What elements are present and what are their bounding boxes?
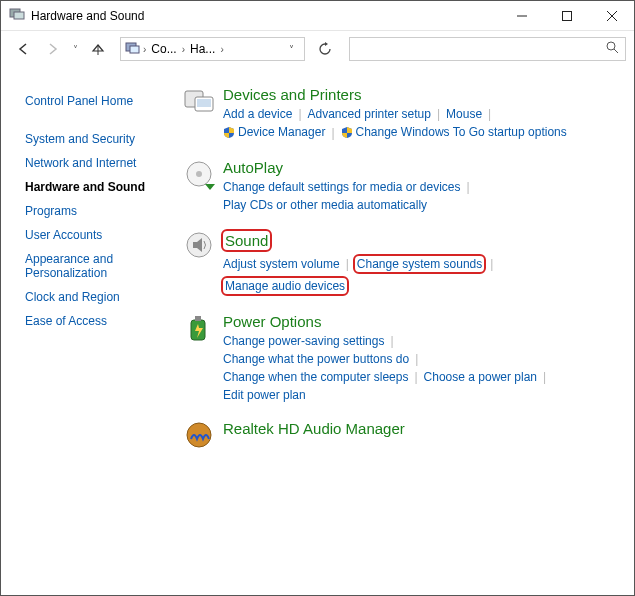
task-link[interactable]: Advanced printer setup	[306, 106, 433, 122]
history-dropdown[interactable]: ˅	[69, 44, 82, 55]
task-link[interactable]: Change Windows To Go startup options	[339, 124, 569, 142]
minimize-button[interactable]	[499, 1, 544, 30]
task-link[interactable]: Change power-saving settings	[221, 333, 386, 349]
sidebar: Control Panel Home System and SecurityNe…	[1, 67, 179, 595]
category-title[interactable]: Devices and Printers	[221, 85, 363, 104]
power-icon	[179, 312, 221, 403]
category-devices: Devices and PrintersAdd a device|Advance…	[179, 85, 624, 142]
category-sound: SoundAdjust system volume|Change system …	[179, 229, 624, 296]
separator: |	[433, 107, 444, 121]
sidebar-item[interactable]: Clock and Region	[25, 285, 169, 309]
breadcrumb-dropdown[interactable]: ˅	[282, 44, 300, 55]
category-realtek: Realtek HD Audio Manager	[179, 419, 624, 451]
refresh-button[interactable]	[313, 37, 337, 61]
sidebar-item[interactable]: Ease of Access	[25, 309, 169, 333]
sidebar-home[interactable]: Control Panel Home	[25, 89, 169, 113]
task-link[interactable]: Choose a power plan	[422, 369, 539, 385]
chevron-right-icon: ›	[141, 44, 148, 55]
task-link[interactable]: Adjust system volume	[221, 256, 342, 272]
task-link[interactable]: Play CDs or other media automatically	[221, 197, 429, 213]
sound-icon	[179, 229, 221, 296]
window-controls	[499, 1, 634, 30]
separator: |	[386, 334, 397, 348]
separator: |	[410, 370, 421, 384]
separator: |	[462, 180, 473, 194]
shield-icon	[223, 126, 235, 141]
breadcrumb-root-icon	[125, 41, 141, 58]
task-link[interactable]: Mouse	[444, 106, 484, 122]
search-icon	[606, 41, 619, 57]
maximize-button[interactable]	[544, 1, 589, 30]
content: Devices and PrintersAdd a device|Advance…	[179, 67, 634, 595]
close-button[interactable]	[589, 1, 634, 30]
titlebar: Hardware and Sound	[1, 1, 634, 31]
svg-point-15	[196, 171, 202, 177]
category-title[interactable]: Power Options	[221, 312, 323, 331]
task-link[interactable]: Change what the power buttons do	[221, 351, 411, 367]
app-icon	[9, 6, 25, 25]
svg-point-9	[607, 42, 615, 50]
breadcrumb-seg-2[interactable]: Ha...	[187, 42, 218, 56]
window-title: Hardware and Sound	[31, 9, 144, 23]
shield-icon	[341, 126, 353, 141]
sidebar-item[interactable]: Network and Internet	[25, 151, 169, 175]
separator: |	[294, 107, 305, 121]
sidebar-item[interactable]: Appearance and Personalization	[25, 247, 169, 285]
back-button[interactable]	[9, 35, 37, 63]
svg-rect-13	[197, 99, 211, 107]
task-link[interactable]: Add a device	[221, 106, 294, 122]
separator: |	[484, 107, 495, 121]
breadcrumb-seg-1[interactable]: Co...	[148, 42, 179, 56]
task-link[interactable]: Change system sounds	[353, 254, 486, 274]
autoplay-icon	[179, 158, 221, 213]
category-title[interactable]: Realtek HD Audio Manager	[221, 419, 407, 438]
separator: |	[342, 257, 353, 271]
category-power: Power OptionsChange power-saving setting…	[179, 312, 624, 403]
svg-rect-1	[14, 12, 24, 19]
sidebar-item[interactable]: Hardware and Sound	[25, 175, 169, 199]
search-input[interactable]	[349, 37, 626, 61]
separator: |	[539, 370, 550, 384]
svg-rect-3	[562, 11, 571, 20]
task-link[interactable]: Device Manager	[221, 124, 327, 142]
svg-rect-8	[130, 46, 139, 53]
separator: |	[486, 257, 497, 271]
devices-icon	[179, 85, 221, 142]
navbar: ˅ › Co... › Ha... › ˅	[1, 31, 634, 67]
chevron-right-icon: ›	[218, 44, 225, 55]
separator: |	[327, 126, 338, 140]
category-title[interactable]: Sound	[221, 229, 272, 252]
chevron-right-icon: ›	[180, 44, 187, 55]
up-button[interactable]	[84, 35, 112, 63]
category-autoplay: AutoPlayChange default settings for medi…	[179, 158, 624, 213]
sidebar-item[interactable]: Programs	[25, 199, 169, 223]
breadcrumb[interactable]: › Co... › Ha... › ˅	[120, 37, 305, 61]
task-link[interactable]: Change when the computer sleeps	[221, 369, 410, 385]
realtek-icon	[179, 419, 221, 451]
separator: |	[411, 352, 422, 366]
body: Control Panel Home System and SecurityNe…	[1, 67, 634, 595]
svg-rect-18	[195, 316, 201, 321]
task-link[interactable]: Manage audio devices	[221, 276, 349, 296]
svg-line-10	[614, 49, 618, 53]
category-title[interactable]: AutoPlay	[221, 158, 285, 177]
task-link[interactable]: Edit power plan	[221, 387, 308, 403]
sidebar-item[interactable]: System and Security	[25, 127, 169, 151]
forward-button[interactable]	[39, 35, 67, 63]
task-link[interactable]: Change default settings for media or dev…	[221, 179, 462, 195]
sidebar-item[interactable]: User Accounts	[25, 223, 169, 247]
